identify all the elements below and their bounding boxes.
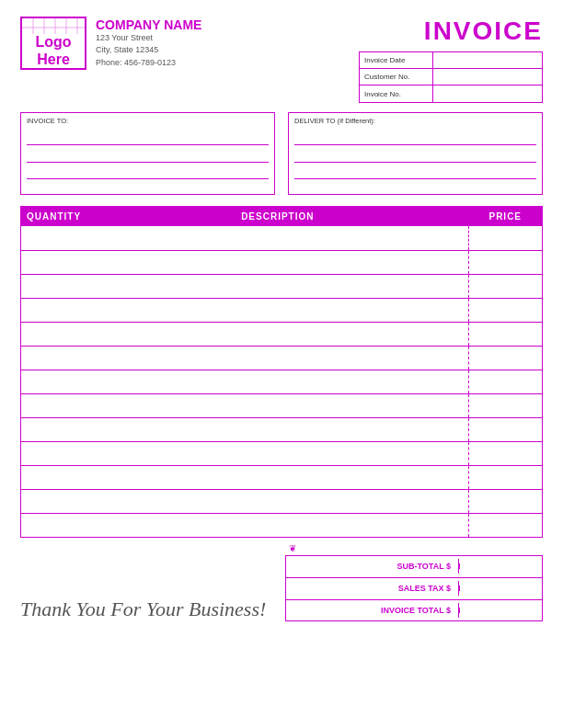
customer-no-label: Customer No. — [360, 69, 433, 85]
logo-box: Logo Here — [20, 17, 86, 70]
totals-icon-row: ❦ — [285, 543, 543, 553]
sub-total-label: SUB-TOTAL $ — [286, 559, 459, 574]
table-row — [21, 489, 543, 513]
deliver-to-line3[interactable] — [294, 163, 536, 179]
invoice-date-row: Invoice Date — [360, 52, 542, 69]
desc-cell[interactable] — [86, 417, 468, 441]
invoice-to-lines — [27, 129, 269, 197]
qty-cell[interactable] — [21, 226, 87, 250]
desc-cell[interactable] — [86, 393, 468, 417]
qty-cell[interactable] — [21, 417, 87, 441]
invoice-no-row: Invoice No. — [360, 85, 542, 102]
footer: Thank You For Your Business! ❦ SUB-TOTAL… — [20, 543, 543, 621]
qty-cell[interactable] — [21, 274, 87, 298]
address-line3: Phone: 456-789-0123 — [96, 57, 201, 70]
sales-tax-label: SALES TAX $ — [286, 581, 459, 596]
desc-cell[interactable] — [86, 346, 468, 370]
invoice-to-line1[interactable] — [27, 129, 269, 145]
invoice-fields: Invoice Date Customer No. Invoice No. — [359, 51, 543, 103]
invoice-to-line2[interactable] — [27, 146, 269, 163]
thank-you-text: Thank You For Your Business! — [20, 597, 266, 621]
deliver-to-line4[interactable] — [294, 180, 536, 197]
qty-cell[interactable] — [21, 250, 87, 274]
logo-grid-svg — [22, 18, 85, 34]
table-row — [21, 370, 543, 393]
header-right: INVOICE Invoice Date Customer No. Invoic… — [359, 17, 543, 103]
price-cell[interactable] — [469, 250, 543, 274]
price-cell[interactable] — [469, 489, 543, 513]
customer-no-value[interactable] — [433, 69, 542, 85]
deliver-to-line1[interactable] — [294, 129, 536, 145]
qty-cell[interactable] — [21, 298, 87, 322]
price-cell[interactable] — [469, 513, 543, 537]
deliver-to-line2[interactable] — [294, 146, 536, 163]
sub-total-row: SUB-TOTAL $ — [285, 555, 543, 577]
table-row — [21, 250, 543, 274]
desc-cell[interactable] — [86, 513, 468, 537]
table-header: QUANTITY DESCRIPTION PRICE — [21, 207, 543, 227]
price-cell[interactable] — [469, 465, 543, 489]
price-cell[interactable] — [469, 370, 543, 393]
desc-cell[interactable] — [86, 274, 468, 298]
desc-cell[interactable] — [86, 441, 468, 465]
qty-cell[interactable] — [21, 393, 87, 417]
table-row — [21, 417, 543, 441]
table-row — [21, 393, 543, 417]
invoice-to-line4[interactable] — [27, 180, 269, 197]
price-cell[interactable] — [469, 298, 543, 322]
invoice-no-value[interactable] — [433, 85, 542, 102]
desc-cell[interactable] — [86, 489, 468, 513]
sales-tax-value[interactable] — [459, 586, 542, 591]
deliver-to-box: DELIVER TO (If Different): — [288, 112, 543, 195]
invoice-page: Logo Here COMPANY NAME 123 Your Street C… — [0, 0, 563, 728]
price-cell[interactable] — [469, 393, 543, 417]
desc-cell[interactable] — [86, 250, 468, 274]
sub-total-value[interactable] — [459, 563, 542, 569]
table-header-row: QUANTITY DESCRIPTION PRICE — [21, 207, 543, 227]
header: Logo Here COMPANY NAME 123 Your Street C… — [20, 17, 543, 103]
invoice-date-value[interactable] — [433, 52, 542, 68]
desc-cell[interactable] — [86, 322, 468, 346]
invoice-title: INVOICE — [424, 17, 543, 46]
col-price-header: PRICE — [469, 207, 543, 227]
qty-cell[interactable] — [21, 370, 87, 393]
price-cell[interactable] — [469, 322, 543, 346]
invoice-date-label: Invoice Date — [360, 52, 433, 68]
price-cell[interactable] — [469, 226, 543, 250]
desc-cell[interactable] — [86, 370, 468, 393]
table-body — [21, 226, 543, 537]
address-line1: 123 Your Street — [96, 32, 201, 45]
table-row — [21, 274, 543, 298]
invoice-no-label: Invoice No. — [360, 85, 433, 102]
invoice-to-line3[interactable] — [27, 163, 269, 179]
desc-cell[interactable] — [86, 298, 468, 322]
qty-cell[interactable] — [21, 465, 87, 489]
qty-cell[interactable] — [21, 346, 87, 370]
company-address: 123 Your Street City, State 12345 Phone:… — [96, 32, 201, 70]
customer-no-row: Customer No. — [360, 69, 542, 85]
price-cell[interactable] — [469, 417, 543, 441]
table-row — [21, 465, 543, 489]
price-cell[interactable] — [469, 346, 543, 370]
logo-text: Logo Here — [35, 34, 71, 68]
address-line2: City, State 12345 — [96, 44, 201, 57]
totals-section: ❦ SUB-TOTAL $ SALES TAX $ INVOICE TOTAL … — [285, 543, 543, 621]
desc-cell[interactable] — [86, 465, 468, 489]
qty-cell[interactable] — [21, 489, 87, 513]
header-left: Logo Here COMPANY NAME 123 Your Street C… — [20, 17, 201, 70]
price-cell[interactable] — [469, 441, 543, 465]
logo-line2: Here — [35, 51, 71, 68]
invoice-total-row: INVOICE TOTAL $ — [285, 599, 543, 621]
qty-cell[interactable] — [21, 441, 87, 465]
desc-cell[interactable] — [86, 226, 468, 250]
invoice-table: QUANTITY DESCRIPTION PRICE — [20, 206, 543, 538]
totals-icon: ❦ — [289, 543, 296, 553]
deliver-to-lines — [294, 129, 536, 197]
qty-cell[interactable] — [21, 322, 87, 346]
price-cell[interactable] — [469, 274, 543, 298]
invoice-total-value[interactable] — [459, 608, 542, 613]
qty-cell[interactable] — [21, 513, 87, 537]
table-row — [21, 322, 543, 346]
sales-tax-row: SALES TAX $ — [285, 577, 543, 599]
table-row — [21, 298, 543, 322]
